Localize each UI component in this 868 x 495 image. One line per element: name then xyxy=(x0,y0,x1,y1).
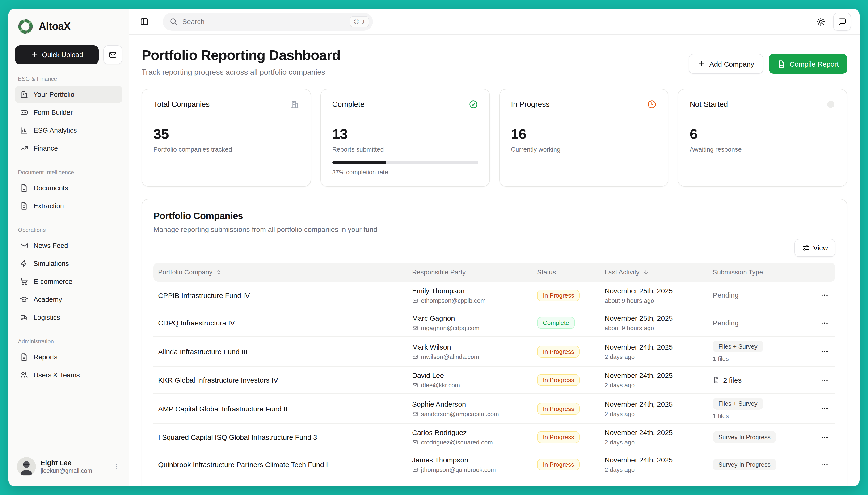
row-actions-button[interactable] xyxy=(803,291,835,300)
email-text: sanderson@ampcapital.com xyxy=(421,410,499,417)
user-menu[interactable]: Eight Lee jleekun@gmail.com xyxy=(15,455,122,479)
row-actions-button[interactable] xyxy=(803,376,835,384)
user-email: jleekun@gmail.com xyxy=(40,467,108,474)
theme-toggle-button[interactable] xyxy=(814,15,828,28)
activity-relative: 2 days ago xyxy=(605,439,708,446)
page-title: Portfolio Reporting Dashboard xyxy=(142,47,340,63)
table-row[interactable]: AMP Capital Global Infrastructure Fund I… xyxy=(154,393,835,423)
feedback-button[interactable] xyxy=(833,13,851,31)
column-label: Responsible Party xyxy=(412,268,466,276)
sidebar-item-simulations[interactable]: Simulations xyxy=(15,255,122,272)
avatar xyxy=(17,457,36,476)
sidebar-item-reports[interactable]: Reports xyxy=(15,348,122,365)
mail-icon xyxy=(412,325,418,331)
sliders-icon xyxy=(802,244,810,252)
activity-date: November 25th, 2025 xyxy=(605,314,708,322)
sidebar-item-academy[interactable]: Academy xyxy=(15,291,122,308)
row-actions-button[interactable] xyxy=(803,319,835,327)
email-text: ethompson@cppib.com xyxy=(421,297,486,304)
row-actions-button[interactable] xyxy=(803,460,835,469)
sidebar-item-documents[interactable]: Documents xyxy=(15,180,122,197)
column-label: Status xyxy=(537,268,556,276)
search-input[interactable] xyxy=(182,17,345,25)
quick-upload-label: Quick Upload xyxy=(42,51,83,58)
stat-caption: Currently working xyxy=(511,146,657,153)
panel-left-icon xyxy=(140,17,149,26)
table-row[interactable]: CDPQ Infraestructura IV Marc Gagnon mgag… xyxy=(154,309,835,336)
sidebar-item-label: ESG Analytics xyxy=(34,126,77,134)
company-name: KKR Global Infrastructure Investors IV xyxy=(154,376,407,384)
completion-rate-label: 37% completion rate xyxy=(332,169,478,176)
submission-type: Pending xyxy=(713,291,739,299)
table-row[interactable]: Copenhagen Infrastructure Partners VI La… xyxy=(154,478,835,487)
check-circle-icon xyxy=(468,100,478,109)
sidebar-item-news-feed[interactable]: News Feed xyxy=(15,237,122,254)
sidebar-item-extraction[interactable]: Extraction xyxy=(15,198,122,215)
sidebar-item-form-builder[interactable]: Form Builder xyxy=(15,104,122,121)
stat-card-not-started: Not Started 6 Awaiting response xyxy=(678,89,848,187)
contact-name: David Lee xyxy=(412,371,532,379)
sun-icon xyxy=(816,17,826,26)
status-badge: In Progress xyxy=(537,289,580,301)
compile-report-button[interactable]: Compile Report xyxy=(769,54,847,74)
users-icon xyxy=(20,371,28,379)
activity-relative: about 9 hours ago xyxy=(605,324,708,331)
add-company-button[interactable]: Add Company xyxy=(688,54,763,74)
file-icon xyxy=(713,376,720,383)
table-row[interactable]: I Squared Capital ISQ Global Infrastruct… xyxy=(154,423,835,450)
column-header-status: Status xyxy=(532,268,600,276)
user-info: Eight Lee jleekun@gmail.com xyxy=(40,459,108,474)
more-vertical-icon[interactable] xyxy=(113,463,120,471)
table-row[interactable]: Quinbrook Infrastructure Partners Climat… xyxy=(154,450,835,478)
section-label-operations: Operations xyxy=(18,227,120,233)
quick-upload-button[interactable]: Quick Upload xyxy=(15,45,99,64)
email-text: crodriguez@isquared.com xyxy=(421,439,493,446)
status-badge: In Progress xyxy=(537,459,580,471)
activity-relative: 2 days ago xyxy=(605,382,708,389)
table-row[interactable]: KKR Global Infrastructure Investors IV D… xyxy=(154,366,835,393)
sidebar-item-your-portfolio[interactable]: Your Portfolio xyxy=(15,86,122,103)
sidebar-item-label: Reports xyxy=(34,353,57,361)
sidebar-toggle-button[interactable] xyxy=(138,15,151,28)
row-actions-button[interactable] xyxy=(803,347,835,356)
zap-icon xyxy=(20,259,28,268)
sidebar-item-users-teams[interactable]: Users & Teams xyxy=(15,366,122,383)
row-actions-button[interactable] xyxy=(803,404,835,413)
sidebar-item-label: Simulations xyxy=(34,260,69,267)
table-row[interactable]: Alinda Infrastructure Fund III Mark Wils… xyxy=(154,336,835,366)
file-text-icon xyxy=(777,60,785,68)
activity-relative: 2 days ago xyxy=(605,410,708,417)
portfolio-companies-panel: Portfolio Companies Manage reporting sub… xyxy=(142,199,847,487)
table-row[interactable]: CPPIB Infrastructure Fund IV Emily Thomp… xyxy=(154,281,835,309)
sidebar-item-ecommerce[interactable]: E-commerce xyxy=(15,273,122,290)
sidebar-item-label: E-commerce xyxy=(34,278,72,285)
contact-email: mwilson@alinda.com xyxy=(412,353,532,360)
page-heading: Portfolio Reporting Dashboard Track repo… xyxy=(142,47,340,76)
inbox-button[interactable] xyxy=(103,45,122,64)
submission-type: 2 files xyxy=(723,376,742,384)
row-actions-button[interactable] xyxy=(803,433,835,441)
sidebar-item-label: Form Builder xyxy=(34,109,73,116)
sidebar-item-finance[interactable]: Finance xyxy=(15,140,122,157)
stat-caption: Awaiting response xyxy=(690,146,836,153)
company-name: CPPIB Infrastructure Fund IV xyxy=(154,291,407,299)
main-area: ⌘ J Portfolio Reporting Dashboard xyxy=(129,8,860,487)
submission-type-badge: Files + Survey xyxy=(713,398,763,410)
view-options-button[interactable]: View xyxy=(794,239,835,257)
completion-progress-bar xyxy=(332,160,478,164)
truck-icon xyxy=(20,313,28,322)
status-badge: In Progress xyxy=(537,486,580,487)
stat-title: Complete xyxy=(332,100,365,109)
sidebar-item-logistics[interactable]: Logistics xyxy=(15,309,122,326)
column-header-last-activity[interactable]: Last Activity xyxy=(600,268,708,276)
bar-chart-icon xyxy=(20,126,28,135)
section-label-esg-finance: ESG & Finance xyxy=(18,75,120,82)
sidebar-item-label: News Feed xyxy=(34,242,68,250)
column-header-portfolio-company[interactable]: Portfolio Company xyxy=(154,268,407,276)
stat-caption: Reports submitted xyxy=(332,146,478,153)
mail-icon xyxy=(20,241,28,250)
contact-email: mgagnon@cdpq.com xyxy=(412,324,532,331)
sidebar-item-esg-analytics[interactable]: ESG Analytics xyxy=(15,122,122,139)
search-bar[interactable]: ⌘ J xyxy=(163,13,373,31)
email-text: mgagnon@cdpq.com xyxy=(421,324,480,331)
